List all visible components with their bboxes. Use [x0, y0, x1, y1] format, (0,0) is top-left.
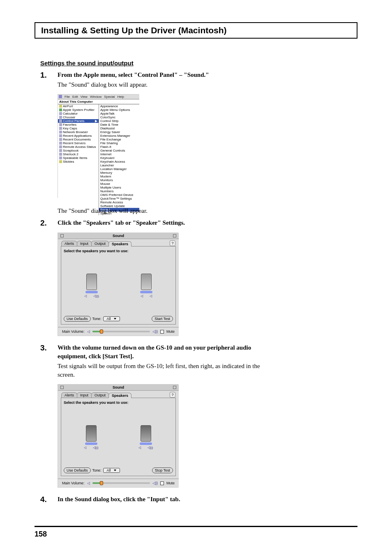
- tab-speakers[interactable]: Speakers: [108, 241, 131, 246]
- cp-item: Launcher: [99, 164, 139, 167]
- step-2: 2. Click the "Speakers" tab or "Speaker"…: [40, 219, 270, 228]
- page-header: Installing & Setting Up the Driver (Maci…: [35, 22, 357, 39]
- step-body: In the Sound dialog box, click the "Inpu…: [58, 495, 270, 504]
- close-box-icon[interactable]: [60, 234, 64, 237]
- menu-item: Recent Documents: [58, 138, 99, 141]
- cp-item: Numbers: [99, 189, 139, 193]
- footer-rule: [35, 526, 357, 527]
- menu-item: Network Browser: [58, 130, 99, 134]
- folder-icon: [59, 157, 62, 159]
- mute-label: Mute: [166, 329, 175, 334]
- sound-dialog: Sound Alerts Input Output Speakers ? Sel…: [58, 233, 179, 336]
- tone-select[interactable]: All: [103, 468, 120, 473]
- speaker-volume-icons: ◁◁: [141, 294, 152, 298]
- step-body: The "Sound" dialog box will appear.: [58, 205, 270, 215]
- step-body: From the Apple menu, select "Control Pan…: [58, 71, 270, 89]
- zoom-box-icon[interactable]: [173, 386, 176, 389]
- menu-item: Recent Applications: [58, 134, 99, 138]
- step-number: 2.: [40, 219, 58, 228]
- apple-icon: [59, 95, 62, 98]
- cp-item: AppleTalk: [99, 112, 139, 115]
- cp-item: Remote Access: [99, 200, 139, 204]
- help-button[interactable]: ?: [170, 240, 175, 246]
- speaker-volume-icons: ◁◁))): [84, 446, 99, 449]
- tab-alerts[interactable]: Alerts: [61, 241, 77, 246]
- cp-item: Appearance: [99, 104, 139, 108]
- dialog-tabs: Alerts Input Output Speakers ?: [58, 391, 179, 398]
- mute-checkbox[interactable]: [160, 330, 164, 334]
- menu-item: Remote Access Status: [58, 145, 99, 149]
- about-this-computer: About This Computer: [58, 99, 139, 104]
- dialog-tabs: Alerts Input Output Speakers ?: [58, 239, 179, 246]
- profiler-icon: [59, 108, 62, 111]
- cp-item: Extensions Manager: [99, 134, 139, 138]
- step-note: The "Sound" dialog box will appear.: [58, 81, 270, 89]
- tone-select[interactable]: All: [103, 316, 120, 321]
- speaker-left[interactable]: ◁◁))): [84, 274, 99, 298]
- tab-input[interactable]: Input: [77, 392, 92, 398]
- speaker-left-playing[interactable]: ◁◁))): [84, 425, 99, 449]
- tab-input[interactable]: Input: [77, 241, 92, 246]
- remote-icon: [59, 145, 62, 148]
- page-title: Installing & Setting Up the Driver (Maci…: [41, 25, 227, 35]
- mute-label: Mute: [166, 481, 175, 485]
- tab-speakers[interactable]: Speakers: [108, 393, 131, 398]
- volume-low-icon: ◁: [87, 481, 90, 485]
- cp-item: Multiple Users: [99, 186, 139, 189]
- folder-icon: [59, 134, 62, 137]
- volume-high-icon: ◁)): [152, 481, 158, 485]
- speaker-right[interactable]: ◁◁: [140, 274, 152, 298]
- cp-item: Mouse: [99, 182, 139, 186]
- zoom-box-icon[interactable]: [173, 234, 176, 237]
- tab-alerts[interactable]: Alerts: [61, 392, 77, 398]
- cp-item: Keychain Access: [99, 160, 139, 164]
- menu-item: AirPort: [58, 104, 99, 108]
- step-4: 4. In the Sound dialog box, click the "I…: [40, 495, 270, 504]
- use-defaults-button[interactable]: Use Defaults: [64, 467, 91, 473]
- help-button[interactable]: ?: [170, 392, 175, 398]
- mute-checkbox[interactable]: [160, 481, 164, 485]
- chevron-right-icon: ▶: [95, 119, 97, 123]
- dialog-inner: Select the speakers you want to use: ◁◁)…: [61, 246, 176, 325]
- main-volume-label: Main Volume:: [62, 329, 85, 334]
- speaker-base-icon: [140, 442, 152, 445]
- volume-slider[interactable]: [92, 331, 150, 332]
- cp-item: Energy Saver: [99, 130, 139, 134]
- tone-label: Tone:: [92, 317, 101, 321]
- step-1: 1. From the Apple menu, select "Control …: [40, 71, 270, 89]
- stop-test-button[interactable]: Stop Test: [152, 467, 173, 473]
- figure-sound-stop-test: Sound Alerts Input Output Speakers ? Sel…: [58, 384, 178, 488]
- menu-item-control-panels: Control Panels▶: [58, 119, 99, 123]
- menubar: File Edit View Window Special Help: [58, 94, 139, 99]
- dialog-inner: Select the speakers you want to use: ◁◁)…: [61, 398, 176, 476]
- cp-item: QuickTime™ Settings: [99, 197, 139, 200]
- start-test-button[interactable]: Start Test: [152, 316, 173, 322]
- menu-file: File: [65, 95, 70, 99]
- volume-slider[interactable]: [92, 482, 150, 484]
- menu-item: Chooser: [58, 115, 99, 119]
- select-speakers-label: Select the speakers you want to use:: [64, 401, 173, 405]
- step-number: 3.: [40, 343, 58, 379]
- tab-output[interactable]: Output: [91, 241, 109, 246]
- menu-item: Sherlock 2: [58, 152, 99, 156]
- step-instruction: From the Apple menu, select "Control Pan…: [58, 71, 270, 79]
- menu-item: Stickies: [58, 160, 99, 164]
- figure-sound-start-test: Sound Alerts Input Output Speakers ? Sel…: [58, 233, 178, 336]
- dialog-titlebar: Sound: [58, 385, 179, 391]
- cp-item: Internet: [99, 152, 139, 156]
- subheading: Settings the sound input/output: [40, 60, 270, 67]
- tone-label: Tone:: [92, 468, 101, 472]
- select-speakers-label: Select the speakers you want to use:: [64, 249, 173, 253]
- folder-icon: [59, 120, 62, 122]
- volume-low-icon: ◁: [87, 329, 90, 334]
- step-note: The "Sound" dialog box will appear.: [58, 207, 270, 215]
- step-instruction: With the volume turned down on the GS-10…: [58, 343, 270, 361]
- use-defaults-button[interactable]: Use Defaults: [64, 316, 91, 322]
- speaker-selector: ◁◁))) ◁◁))): [64, 406, 173, 467]
- speaker-right-playing[interactable]: ◁◁))): [138, 425, 153, 449]
- speaker-volume-icons: ◁◁))): [84, 294, 99, 298]
- folder-icon: [59, 138, 62, 141]
- menu-window: Window: [90, 95, 101, 99]
- tab-output[interactable]: Output: [91, 392, 109, 398]
- close-box-icon[interactable]: [60, 386, 64, 389]
